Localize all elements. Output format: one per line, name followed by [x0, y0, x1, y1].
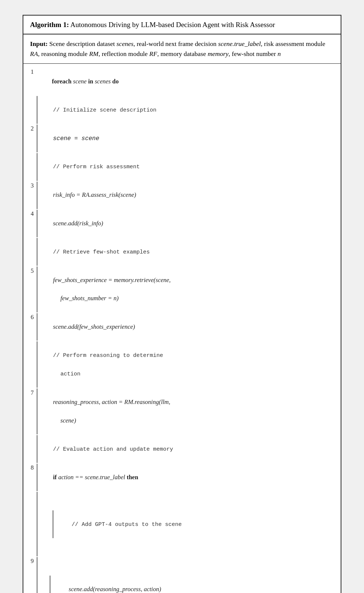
algorithm-title: Autonomous Driving by LLM-based Decision…: [70, 21, 275, 29]
line-content-9: scene.add(reasoning_process, action): [38, 557, 341, 593]
line-content-5: few_shots_experience = memory.retrieve(s…: [38, 266, 341, 312]
input-section: Input: Scene description dataset scenes,…: [23, 34, 341, 64]
code-line-4: 4 scene.add(risk_info): [23, 209, 341, 238]
code-line-3: 3 risk_info = RA.assess_risk(scene): [23, 181, 341, 209]
code-line-comment-reasoning: // Perform reasoning to determine action: [23, 341, 341, 388]
code-body: 1 foreach scene in scenes do // Initiali…: [23, 64, 341, 593]
code-line-comment-eval: // Evaluate action and update memory: [23, 435, 341, 463]
algorithm-box: Algorithm 1: Autonomous Driving by LLM-b…: [23, 15, 341, 593]
code-line-9: 9 scene.add(reasoning_process, action): [23, 557, 341, 593]
line-num-7: 7: [23, 388, 37, 397]
comment-gpt4: // Add GPT-4 outputs to the scene: [38, 492, 341, 556]
code-line-comment-init: // Initialize scene description: [23, 96, 341, 124]
code-line-comment-fewshot: // Retrieve few-shot examples: [23, 238, 341, 266]
line-content-4: scene.add(risk_info): [38, 210, 341, 237]
comment-risk: // Perform risk assessment: [38, 153, 341, 181]
comment-eval: // Evaluate action and update memory: [38, 435, 341, 463]
line-content-3: risk_info = RA.assess_risk(scene): [38, 182, 341, 209]
code-line-8: 8 if action == scene.true_label then: [23, 463, 341, 491]
line-num-3: 3: [23, 182, 37, 189]
line-num-9: 9: [23, 557, 37, 565]
comment-fewshot: // Retrieve few-shot examples: [38, 238, 341, 266]
code-line-comment-risk: // Perform risk assessment: [23, 153, 341, 181]
line-num-4: 4: [23, 210, 37, 218]
code-line-2: 2 scene = scene: [23, 124, 341, 153]
code-line-5: 5 few_shots_experience = memory.retrieve…: [23, 266, 341, 313]
code-line-comment-gpt4: // Add GPT-4 outputs to the scene: [23, 491, 341, 557]
input-text: Scene description dataset scenes, real-w…: [30, 40, 325, 57]
comment-reasoning: // Perform reasoning to determine action: [38, 341, 341, 388]
comment-init: // Initialize scene description: [38, 96, 341, 124]
line-num-8: 8: [23, 464, 37, 471]
algorithm-header: Algorithm 1: Autonomous Driving by LLM-b…: [23, 16, 341, 34]
code-line-7: 7 reasoning_process, action = RM.reasoni…: [23, 388, 341, 435]
algorithm-label: Algorithm 1:: [30, 21, 69, 29]
line-content-2: scene = scene: [38, 125, 341, 152]
line-num-1: 1: [23, 68, 37, 76]
line-num-5: 5: [23, 266, 37, 275]
line-content-8: if action == scene.true_label then: [38, 464, 341, 491]
line-num-6: 6: [23, 313, 37, 321]
input-label: Input:: [30, 40, 48, 47]
line-content-1: foreach scene in scenes do: [37, 68, 341, 95]
code-line-1: 1 foreach scene in scenes do: [23, 67, 341, 96]
line-content-7: reasoning_process, action = RM.reasoning…: [38, 388, 341, 434]
line-content-6: scene.add(few_shots_experience): [38, 313, 341, 341]
line-num-2: 2: [23, 125, 37, 132]
code-line-6: 6 scene.add(few_shots_experience): [23, 313, 341, 341]
